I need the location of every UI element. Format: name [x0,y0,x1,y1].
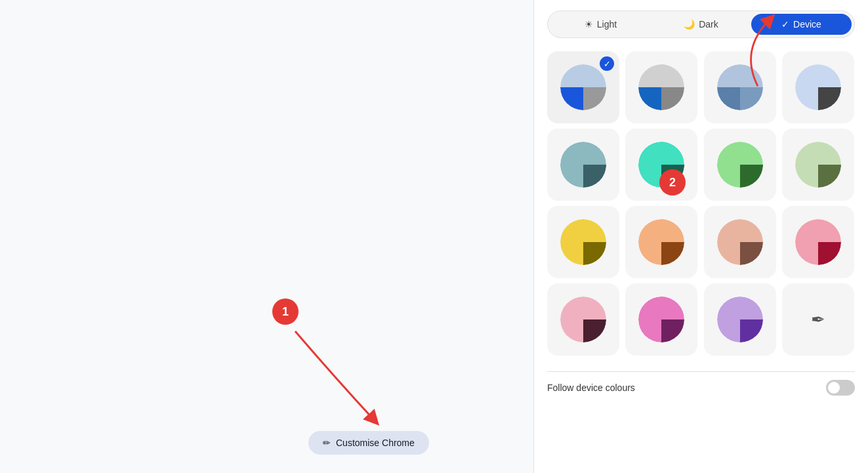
swatch-circle-10 [638,219,684,265]
annotation-2: 2 [659,169,686,195]
follow-device-toggle[interactable] [826,380,855,396]
swatch-circle-9 [560,219,606,265]
swatch-circle-4 [795,64,841,110]
color-swatch-9[interactable] [547,206,619,278]
light-icon: ☀ [585,19,593,30]
swatch-circle-2 [638,64,684,110]
swatch-circle-8 [795,142,841,188]
theme-dark-label: Dark [699,19,718,30]
swatch-circle-7 [717,142,763,188]
selected-checkmark: ✓ [600,56,614,71]
pencil-icon: ✏ [323,438,331,448]
color-swatch-14[interactable] [625,283,697,356]
swatch-circle-15 [717,297,763,342]
customise-chrome-button[interactable]: ✏ Customise Chrome [308,431,429,455]
swatch-circle-5 [560,142,606,188]
customise-chrome-label: Customise Chrome [336,438,415,448]
theme-light-button[interactable]: ☀ Light [550,14,651,35]
swatch-circle-14 [638,297,684,342]
color-swatch-12[interactable] [782,206,854,278]
color-grid: ✓ [547,51,855,356]
right-panel: ☀ Light 🌙 Dark ✓ Device ✓ [533,0,868,473]
theme-light-label: Light [597,19,617,30]
annotation-1: 1 [272,298,299,325]
color-swatch-5[interactable] [547,129,619,201]
color-swatch-2[interactable] [625,51,697,123]
dark-icon: 🌙 [684,19,695,30]
theme-device-label: Device [793,19,821,30]
swatch-circle-11 [717,219,763,265]
follow-device-label: Follow device colours [547,382,635,393]
device-check-icon: ✓ [781,19,789,30]
follow-device-row: Follow device colours [547,371,855,403]
eyedropper-swatch[interactable]: ✒ [782,283,854,356]
color-swatch-11[interactable] [704,206,776,278]
swatch-circle-12 [795,219,841,265]
swatch-circle-3 [717,64,763,110]
color-swatch-4[interactable] [782,51,854,123]
swatch-circle-13 [560,297,606,342]
swatch-circle-1 [560,64,606,110]
theme-selector: ☀ Light 🌙 Dark ✓ Device [547,10,855,38]
color-swatch-10[interactable] [625,206,697,278]
color-swatch-7[interactable] [704,129,776,201]
theme-dark-button[interactable]: 🌙 Dark [651,14,751,35]
color-swatch-8[interactable] [782,129,854,201]
color-swatch-3[interactable] [704,51,776,123]
left-area [0,0,535,473]
eyedropper-icon: ✒ [811,310,825,330]
color-swatch-1[interactable]: ✓ [547,51,619,123]
color-swatch-13[interactable] [547,283,619,356]
theme-device-button[interactable]: ✓ Device [751,14,852,35]
color-swatch-15[interactable] [704,283,776,356]
